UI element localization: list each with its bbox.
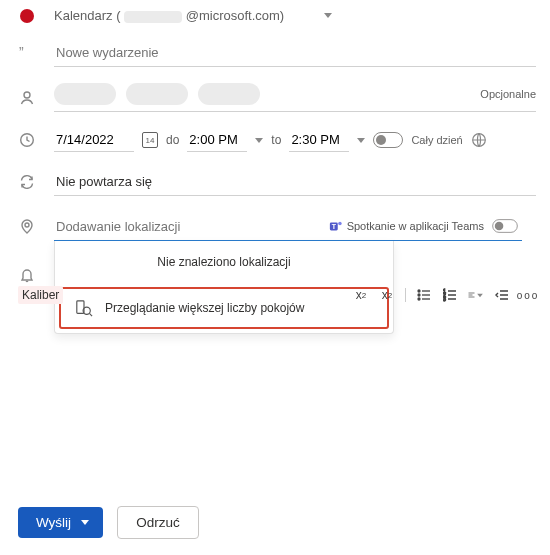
svg-text:3: 3	[443, 296, 446, 302]
svg-point-10	[418, 290, 420, 292]
timezone-icon[interactable]	[471, 132, 487, 148]
send-button[interactable]: Wyślij	[18, 507, 103, 538]
calendar-email-suffix: @microsoft.com)	[186, 8, 284, 23]
separator	[405, 288, 406, 302]
subscript-icon[interactable]: x2	[379, 287, 395, 303]
calendar-label: Kalendarz (	[54, 8, 120, 23]
to-label: to	[271, 133, 281, 147]
chevron-down-icon	[324, 13, 332, 18]
bulleted-list-icon[interactable]	[416, 287, 432, 303]
attendee-pill[interactable]	[198, 83, 260, 105]
chevron-down-icon	[477, 293, 483, 297]
font-family-label[interactable]: Kaliber	[18, 286, 63, 304]
allday-toggle[interactable]	[373, 132, 403, 148]
superscript-icon[interactable]: x2	[353, 287, 369, 303]
teams-icon: T	[329, 219, 343, 233]
calendar-color-dot	[20, 9, 34, 23]
svg-point-7	[338, 222, 342, 226]
svg-text:T: T	[331, 223, 336, 230]
attendee-pill[interactable]	[126, 83, 188, 105]
person-icon	[18, 90, 36, 106]
bell-icon	[18, 267, 36, 283]
start-time-input[interactable]	[187, 128, 247, 152]
clock-icon	[18, 132, 36, 148]
svg-point-12	[418, 298, 420, 300]
location-icon	[18, 219, 36, 235]
discard-label: Odrzuć	[136, 515, 180, 530]
no-locations-message: Nie znaleziono lokalizacji	[55, 241, 393, 283]
teams-meeting-toggle-label: T Spotkanie w aplikacji Teams	[329, 218, 520, 234]
chevron-down-icon[interactable]	[357, 138, 365, 143]
calendar-picker[interactable]: Kalendarz ( @microsoft.com)	[54, 8, 536, 23]
more-options-icon[interactable]: ooo	[520, 287, 536, 303]
date-input[interactable]	[54, 128, 134, 152]
repeat-icon	[18, 174, 36, 190]
date-picker-icon[interactable]: 14	[142, 132, 158, 148]
svg-point-1	[24, 92, 30, 98]
svg-text:”: ”	[19, 45, 24, 60]
chevron-down-icon[interactable]	[255, 138, 263, 143]
discard-button[interactable]: Odrzuć	[117, 506, 199, 539]
align-icon[interactable]	[468, 287, 484, 303]
send-label: Wyślij	[36, 515, 71, 530]
attendee-pill[interactable]	[54, 83, 116, 105]
allday-label: Cały dzień	[411, 134, 462, 146]
numbered-list-icon[interactable]: 123	[442, 287, 458, 303]
end-time-input[interactable]	[289, 128, 349, 152]
recurrence-input[interactable]	[54, 168, 536, 196]
outdent-icon[interactable]	[494, 287, 510, 303]
event-title-input[interactable]	[54, 39, 536, 67]
location-input[interactable]	[56, 219, 329, 234]
svg-point-4	[25, 223, 29, 227]
chevron-down-icon	[81, 520, 89, 525]
optional-attendees-link[interactable]: Opcjonalne	[480, 88, 536, 100]
svg-point-11	[418, 294, 420, 296]
calendar-email-redacted	[124, 11, 182, 23]
quote-icon: ”	[18, 45, 36, 61]
teams-toggle[interactable]	[492, 219, 518, 233]
do-label: do	[166, 133, 179, 147]
